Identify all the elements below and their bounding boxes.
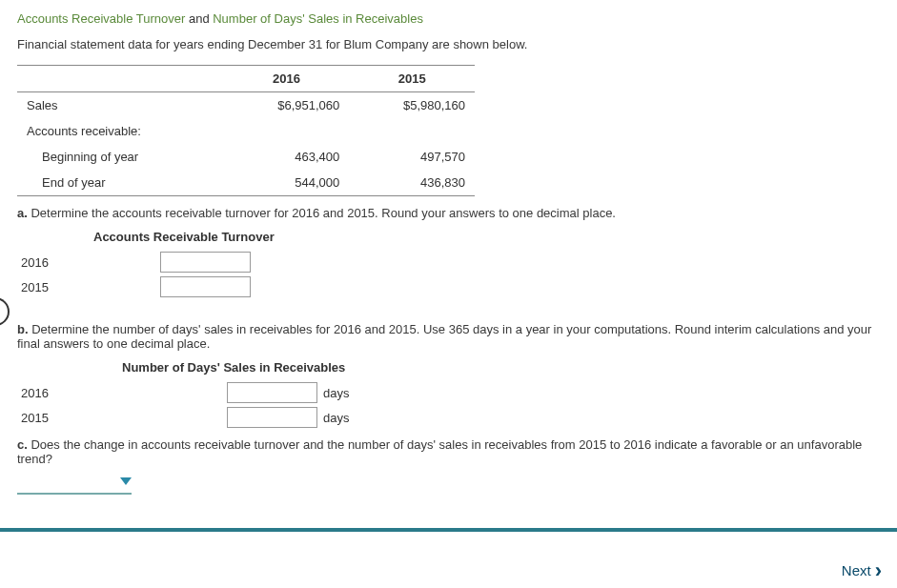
qb-text: Determine the number of days' sales in r… (17, 322, 871, 351)
intro-text: Financial statement data for years endin… (17, 37, 880, 51)
chevron-right-icon: › (875, 564, 882, 578)
qa-letter: a. (17, 206, 28, 220)
row-end-2016: 544,000 (224, 170, 350, 196)
row-ar-label: Accounts receivable: (17, 118, 224, 144)
qb-2016-input[interactable] (227, 382, 317, 403)
qc-text: Does the change in accounts receivable t… (17, 437, 862, 466)
qa-text: Determine the accounts receivable turnov… (28, 206, 616, 220)
financial-data-table: 2016 2015 Sales $6,951,060 $5,980,160 Ac… (17, 65, 475, 196)
next-button[interactable]: Next › (842, 562, 882, 578)
qb-2016-unit: days (323, 386, 349, 400)
decorative-arc (0, 297, 10, 326)
title-part2: Number of Days' Sales in Receivables (213, 11, 423, 26)
question-c: c. Does the change in accounts receivabl… (17, 437, 880, 466)
row-sales-label: Sales (17, 92, 224, 119)
qa-2016-label: 2016 (17, 255, 141, 270)
title-and: and (185, 11, 213, 26)
qc-letter: c. (17, 437, 28, 452)
qc-select[interactable] (17, 476, 132, 495)
qa-2016-input[interactable] (160, 252, 251, 273)
question-a: a. Determine the accounts receivable tur… (17, 206, 880, 220)
col-2016: 2016 (224, 66, 350, 92)
page-title: Accounts Receivable Turnover and Number … (17, 11, 880, 26)
qb-2016-label: 2016 (17, 386, 227, 400)
chevron-down-icon (120, 477, 132, 485)
row-begin-label: Beginning of year (17, 144, 224, 170)
row-sales-2016: $6,951,060 (224, 92, 350, 119)
qb-letter: b. (17, 322, 29, 336)
footer-bar: Next › (0, 528, 897, 588)
qa-2015-label: 2015 (17, 280, 141, 294)
question-b: b. Determine the number of days' sales i… (17, 322, 880, 351)
qa-subhead: Accounts Receivable Turnover (93, 230, 880, 244)
col-2015: 2015 (349, 66, 475, 92)
row-begin-2016: 463,400 (224, 144, 350, 170)
row-end-label: End of year (17, 170, 224, 196)
qb-2015-input[interactable] (227, 407, 317, 428)
qb-2015-unit: days (323, 411, 349, 425)
row-begin-2015: 497,570 (349, 144, 475, 170)
qb-subhead: Number of Days' Sales in Receivables (122, 360, 880, 375)
qb-2015-label: 2015 (17, 411, 227, 425)
qa-2015-input[interactable] (160, 276, 251, 297)
title-part1: Accounts Receivable Turnover (17, 11, 185, 26)
row-end-2015: 436,830 (349, 170, 475, 196)
next-label: Next (842, 562, 871, 578)
row-sales-2015: $5,980,160 (349, 92, 475, 119)
